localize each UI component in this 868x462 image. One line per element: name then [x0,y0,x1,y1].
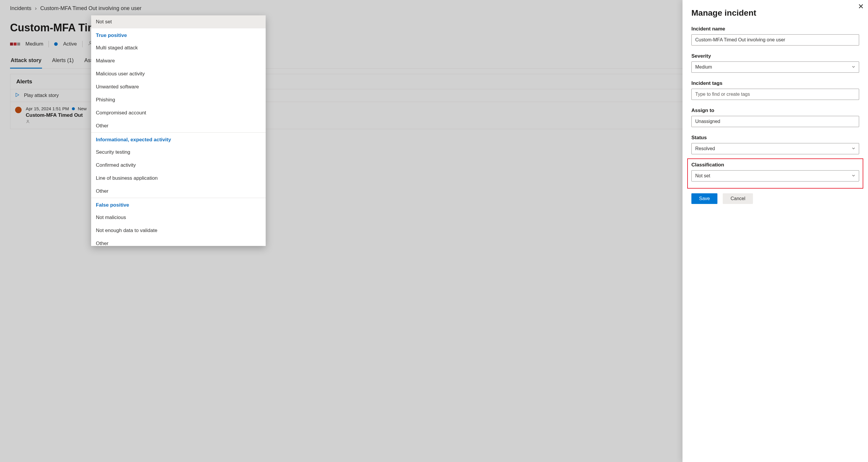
severity-select[interactable]: Medium [691,62,859,73]
classification-option[interactable]: Phishing [91,93,266,106]
assign-to-label: Assign to [691,108,859,113]
alert-title: Custom-MFA Timed Out [26,112,87,118]
severity-label: Severity [691,53,859,59]
divider [82,41,83,47]
classification-label: Classification [691,162,859,168]
svg-marker-1 [16,93,19,97]
alert-state: New [78,106,87,111]
classification-option[interactable]: Compromised account [91,106,266,120]
chevron-down-icon [852,173,855,178]
svg-point-2 [27,120,29,122]
classification-group-header: False positive [91,198,266,211]
play-icon [14,92,20,99]
tags-input[interactable] [691,89,859,100]
play-attack-story-button[interactable]: Play attack story [24,93,59,98]
breadcrumb-current: Custom-MFA Timed Out involving one user [40,5,142,11]
tags-label: Incident tags [691,80,859,86]
chevron-down-icon [852,146,855,151]
divider [49,41,49,47]
classification-option[interactable]: Line of business application [91,172,266,185]
tab-attack-story[interactable]: Attack story [10,56,42,69]
classification-group-header: Informational, expected activity [91,132,266,146]
close-icon: ✕ [858,2,864,10]
severity-text: Medium [26,41,43,47]
classification-highlight: Classification Not set [687,159,863,189]
classification-option[interactable]: Confirmed activity [91,159,266,172]
alert-timestamp: Apr 15, 2024 1:51 PM [26,106,69,111]
classification-option[interactable]: Not malicious [91,211,266,224]
classification-option[interactable]: Unwanted software [91,80,266,93]
status-dot-icon [54,42,58,46]
classification-listbox[interactable]: Not setTrue positiveMulti staged attackM… [91,15,266,246]
classification-option[interactable]: Security testing [91,146,266,159]
status-text: Active [63,41,76,47]
status-dot-icon [72,107,75,110]
chevron-down-icon [852,64,855,70]
classification-option[interactable]: Other [91,237,266,246]
tab-alerts[interactable]: Alerts (1) [52,56,74,68]
classification-option[interactable]: Other [91,120,266,132]
manage-incident-panel: ✕ Manage incident Incident name Severity… [683,0,868,462]
classification-option[interactable]: Malware [91,55,266,67]
classification-option[interactable]: Not enough data to validate [91,224,266,237]
cancel-button[interactable]: Cancel [723,193,753,204]
status-select[interactable]: Resolved [691,143,859,154]
close-button[interactable]: ✕ [858,3,864,10]
classification-option[interactable]: Other [91,185,266,198]
status-label: Status [691,135,859,141]
classification-option[interactable]: Malicious user activity [91,67,266,80]
classification-group-header: True positive [91,28,266,41]
panel-title: Manage incident [691,8,859,18]
severity-icon [10,42,20,45]
status-select-value: Resolved [695,146,715,151]
save-button[interactable]: Save [691,193,717,204]
alert-severity-dot-icon [15,107,22,113]
incident-name-label: Incident name [691,26,859,32]
classification-option[interactable]: Multi staged attack [91,41,266,55]
breadcrumb-root[interactable]: Incidents [10,5,31,11]
assign-to-input[interactable] [691,116,859,127]
classification-option-not-set[interactable]: Not set [91,15,266,28]
chevron-right-icon: › [35,5,37,11]
severity-select-value: Medium [695,64,712,70]
user-icon [26,118,87,125]
classification-select-value: Not set [695,173,710,178]
classification-select[interactable]: Not set [691,170,859,182]
incident-name-input[interactable] [691,34,859,45]
